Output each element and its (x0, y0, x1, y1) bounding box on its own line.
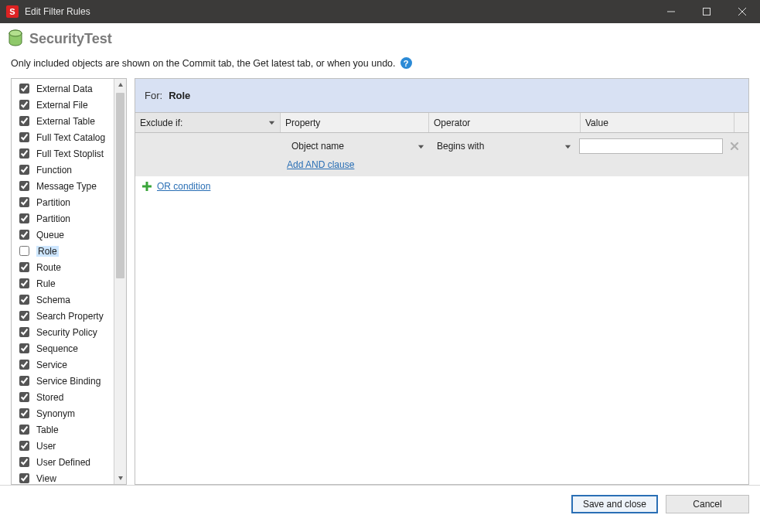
object-type-item[interactable]: Security Policy (12, 324, 114, 340)
object-type-item[interactable]: User Defined (12, 454, 114, 470)
filter-panel: For: Role Exclude if: Property Operator … (135, 78, 749, 485)
column-header-property: Property (281, 113, 429, 132)
scroll-thumb[interactable] (116, 93, 124, 278)
scroll-up-icon[interactable] (114, 79, 126, 91)
object-type-item[interactable]: Search Property (12, 308, 114, 324)
object-type-item[interactable]: External Data (12, 80, 114, 97)
object-type-checkbox[interactable] (19, 213, 29, 223)
svg-marker-10 (564, 145, 570, 148)
property-dropdown[interactable]: Object name (287, 138, 428, 155)
filter-columns-header: Exclude if: Property Operator Value (135, 113, 748, 133)
rule-block: Object name Begins with (135, 133, 748, 176)
object-type-item[interactable]: Table (12, 421, 114, 438)
svg-marker-8 (268, 121, 274, 125)
svg-marker-6 (118, 83, 123, 87)
object-type-label: External File (36, 100, 88, 111)
close-button[interactable] (724, 0, 760, 23)
object-type-item[interactable]: External Table (12, 113, 114, 129)
object-type-checkbox[interactable] (19, 197, 29, 207)
object-type-item[interactable]: External File (12, 97, 114, 113)
object-type-item[interactable]: Queue (12, 227, 114, 243)
object-type-item[interactable]: Synonym (12, 405, 114, 421)
svg-rect-1 (704, 9, 711, 15)
column-header-value: Value (581, 113, 734, 132)
object-type-checkbox[interactable] (19, 392, 29, 402)
object-type-label: Synonym (36, 408, 75, 419)
exclude-mode-dropdown[interactable]: Exclude if: (135, 113, 281, 132)
object-type-item[interactable]: Full Text Catalog (12, 129, 114, 145)
rule-row: Object name Begins with (135, 136, 748, 156)
object-type-checkbox[interactable] (19, 311, 29, 321)
object-type-checkbox[interactable] (19, 425, 29, 435)
operator-dropdown[interactable]: Begins with (432, 138, 574, 155)
value-input[interactable] (579, 138, 723, 154)
column-header-operator: Operator (429, 113, 581, 132)
object-type-checkbox[interactable] (19, 148, 29, 159)
property-value: Object name (291, 141, 344, 152)
object-type-label: Sequence (36, 343, 78, 354)
database-icon (8, 29, 23, 48)
save-and-close-button[interactable]: Save and close (571, 495, 658, 513)
object-type-checkbox[interactable] (19, 230, 29, 240)
object-type-label: Full Text Catalog (36, 132, 105, 143)
object-type-checkbox[interactable] (19, 473, 29, 483)
minimize-button[interactable] (653, 0, 689, 23)
object-type-label: Route (36, 262, 61, 273)
maximize-button[interactable] (689, 0, 724, 23)
object-type-checkbox[interactable] (19, 181, 29, 191)
object-type-item[interactable]: Partition (12, 194, 114, 210)
object-type-checkbox[interactable] (19, 360, 29, 370)
object-type-item[interactable]: Full Text Stoplist (12, 145, 114, 162)
object-type-item[interactable]: View (12, 470, 114, 484)
object-type-item[interactable]: Partition (12, 210, 114, 227)
chevron-down-icon (268, 119, 275, 127)
object-type-item[interactable]: Role (12, 243, 114, 259)
window-title: Edit Filter Rules (25, 6, 90, 17)
object-type-item[interactable]: Schema (12, 292, 114, 308)
or-condition-link[interactable]: OR condition (157, 181, 210, 192)
object-type-checkbox[interactable] (19, 376, 29, 386)
object-type-item[interactable]: Sequence (12, 340, 114, 356)
operator-value: Begins with (437, 141, 484, 152)
dialog-footer: Save and close Cancel (0, 485, 760, 522)
object-type-item[interactable]: Service (12, 356, 114, 373)
delete-rule-button[interactable] (726, 138, 743, 155)
object-type-label: Service Binding (36, 376, 101, 387)
object-type-label: Rule (36, 278, 56, 289)
object-type-checkbox[interactable] (19, 132, 29, 142)
svg-marker-9 (417, 145, 423, 148)
titlebar: S Edit Filter Rules (0, 0, 760, 23)
object-type-checkbox[interactable] (19, 262, 29, 272)
app-icon: S (6, 5, 19, 18)
object-type-checkbox[interactable] (19, 165, 29, 175)
object-type-item[interactable]: Service Binding (12, 373, 114, 389)
object-type-checkbox[interactable] (19, 100, 29, 110)
object-type-checkbox[interactable] (19, 295, 29, 305)
object-type-checkbox[interactable] (19, 327, 29, 337)
object-type-label: Schema (36, 295, 70, 305)
cancel-button[interactable]: Cancel (666, 495, 749, 513)
object-type-label: Role (36, 246, 59, 257)
object-type-checkbox[interactable] (19, 457, 29, 467)
object-type-item[interactable]: Function (12, 162, 114, 178)
object-type-checkbox[interactable] (19, 408, 29, 418)
sidebar-scrollbar[interactable] (114, 79, 126, 484)
object-type-checkbox[interactable] (19, 246, 29, 256)
object-type-label: Search Property (36, 311, 104, 322)
object-type-item[interactable]: Rule (12, 275, 114, 292)
object-type-label: Partition (36, 197, 70, 208)
object-type-item[interactable]: Stored (12, 389, 114, 405)
help-icon[interactable]: ? (400, 57, 412, 69)
object-type-item[interactable]: User (12, 438, 114, 454)
plus-icon (141, 181, 152, 192)
object-type-checkbox[interactable] (19, 84, 29, 94)
object-type-checkbox[interactable] (19, 441, 29, 451)
object-type-checkbox[interactable] (19, 343, 29, 353)
object-type-checkbox[interactable] (19, 116, 29, 126)
object-type-checkbox[interactable] (19, 278, 29, 288)
scroll-down-icon[interactable] (114, 472, 126, 484)
add-and-link[interactable]: Add AND clause (287, 159, 354, 170)
object-type-item[interactable]: Route (12, 259, 114, 275)
object-type-label: Full Text Stoplist (36, 148, 104, 159)
object-type-item[interactable]: Message Type (12, 178, 114, 194)
